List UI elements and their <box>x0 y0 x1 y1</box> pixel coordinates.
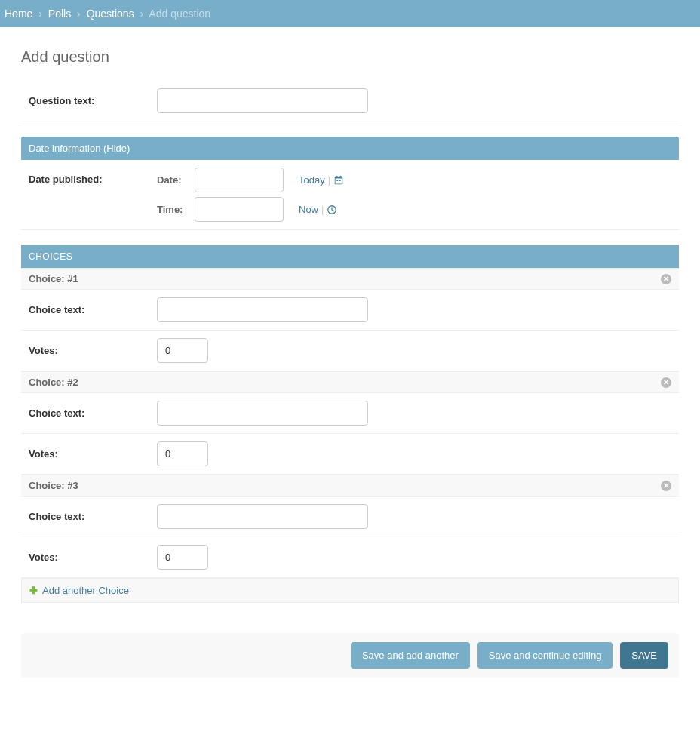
choice-text-input[interactable] <box>157 401 368 426</box>
add-choice-row: ✚ Add another Choice <box>21 578 679 603</box>
question-text-input[interactable] <box>157 88 368 113</box>
choice-text-label: Choice text: <box>29 511 157 522</box>
calendar-icon[interactable] <box>333 175 344 186</box>
choice-item: Choice: #2 ✕ Choice text: Votes: <box>21 371 679 475</box>
save-continue-button[interactable]: Save and continue editing <box>477 642 613 669</box>
clock-icon[interactable] <box>327 204 337 215</box>
choice-text-label: Choice text: <box>29 304 157 315</box>
date-info-module: Date information (Hide) Date published: … <box>21 137 679 230</box>
breadcrumb-separator: › <box>74 8 84 20</box>
choice-header: Choice: #1 ✕ <box>21 268 679 290</box>
choice-text-row: Choice text: <box>21 290 679 331</box>
choice-text-label: Choice text: <box>29 407 157 419</box>
breadcrumb-separator: › <box>35 8 45 20</box>
add-choice-label: Add another Choice <box>42 585 129 596</box>
date-published-label: Date published: <box>29 168 157 185</box>
choice-votes-row: Votes: <box>21 434 679 475</box>
choice-votes-input[interactable] <box>157 338 208 363</box>
choices-heading: CHOICES <box>21 245 679 268</box>
breadcrumb: Home › Polls › Questions › Add question <box>0 0 700 27</box>
date-info-hide-link[interactable]: (Hide) <box>103 143 130 154</box>
breadcrumb-home[interactable]: Home <box>5 8 32 20</box>
choice-text-input[interactable] <box>157 297 368 322</box>
save-add-another-button[interactable]: Save and add another <box>351 642 470 669</box>
date-info-heading: Date information (Hide) <box>21 137 679 160</box>
breadcrumb-questions[interactable]: Questions <box>87 8 134 20</box>
breadcrumb-separator: › <box>137 8 147 20</box>
date-sublabel: Date: <box>157 174 187 186</box>
choice-votes-label: Votes: <box>29 345 157 356</box>
choice-header: Choice: #3 ✕ <box>21 475 679 497</box>
question-text-label: Question text: <box>29 95 157 106</box>
choice-votes-row: Votes: <box>21 537 679 578</box>
breadcrumb-current: Add question <box>149 8 210 20</box>
date-line: Date: Today | <box>157 168 344 192</box>
breadcrumb-polls[interactable]: Polls <box>48 8 71 20</box>
choice-text-row: Choice text: <box>21 497 679 537</box>
choice-votes-input[interactable] <box>157 545 208 570</box>
save-button[interactable]: SAVE <box>620 642 668 669</box>
delete-choice-icon[interactable]: ✕ <box>661 377 671 388</box>
question-module: Question text: <box>21 81 679 121</box>
choice-votes-row: Votes: <box>21 331 679 371</box>
shortcut-divider: | <box>321 204 324 215</box>
time-line: Time: Now | <box>157 197 344 222</box>
submit-row: Save and add another Save and continue e… <box>21 633 679 678</box>
choice-header: Choice: #2 ✕ <box>21 371 679 393</box>
time-input[interactable] <box>195 197 284 222</box>
choice-header-text: Choice: #2 <box>29 377 78 388</box>
plus-icon: ✚ <box>29 585 38 596</box>
date-input[interactable] <box>195 168 284 192</box>
add-choice-link[interactable]: ✚ Add another Choice <box>29 585 129 596</box>
delete-choice-icon[interactable]: ✕ <box>661 274 671 284</box>
choice-votes-input[interactable] <box>157 441 208 466</box>
choice-header-text: Choice: #1 <box>29 273 78 284</box>
choice-text-row: Choice text: <box>21 393 679 434</box>
shortcut-divider: | <box>328 174 330 186</box>
choice-item: Choice: #1 ✕ Choice text: Votes: <box>21 268 679 371</box>
choice-votes-label: Votes: <box>29 448 157 460</box>
choice-header-text: Choice: #3 <box>29 480 78 491</box>
today-link[interactable]: Today <box>299 174 325 186</box>
choice-text-input[interactable] <box>157 504 368 529</box>
delete-choice-icon[interactable]: ✕ <box>661 481 671 491</box>
choice-item: Choice: #3 ✕ Choice text: Votes: <box>21 475 679 578</box>
time-sublabel: Time: <box>157 204 187 215</box>
page-title: Add question <box>21 48 679 66</box>
date-published-row: Date published: Date: Today | Time: <box>21 160 679 230</box>
question-text-row: Question text: <box>21 81 679 121</box>
choice-votes-label: Votes: <box>29 552 157 563</box>
now-link[interactable]: Now <box>299 204 318 215</box>
choices-module: CHOICES Choice: #1 ✕ Choice text: Votes:… <box>21 245 679 603</box>
date-info-heading-text: Date information <box>29 143 100 154</box>
